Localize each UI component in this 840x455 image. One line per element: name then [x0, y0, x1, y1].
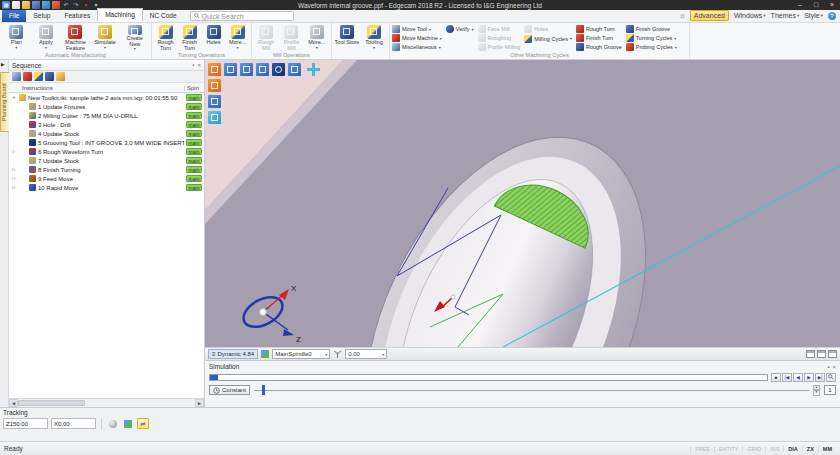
sequence-item-row[interactable]: 1 Update Fixtures main: [9, 102, 204, 111]
simulate-button[interactable]: Simulate ▾: [91, 24, 120, 51]
finish-groove-button[interactable]: Finish Groove: [626, 25, 677, 33]
analysis-display-icon[interactable]: [240, 63, 253, 76]
sequence-item-row[interactable]: 2 Milling Cutter : 75 MM DIA U-DRILL mai…: [9, 111, 204, 120]
undo-icon[interactable]: ↶: [62, 1, 70, 9]
simulation-progress-bar[interactable]: [209, 374, 768, 381]
spindle-column-header[interactable]: Spin: [184, 85, 204, 91]
create-new-sequence-button[interactable]: Create New Sequence ▾: [120, 24, 149, 51]
play-button[interactable]: ▶: [804, 373, 814, 382]
tracking-z-field[interactable]: Z150.00: [3, 418, 48, 429]
qat-options-caret-icon[interactable]: ▾: [92, 1, 100, 9]
tab-features[interactable]: Features: [57, 10, 97, 22]
quad-view-icon[interactable]: [828, 350, 837, 358]
stop-button[interactable]: ■: [771, 373, 781, 382]
style-menu[interactable]: Style▾: [804, 12, 823, 19]
toggle-zx[interactable]: ZX: [802, 446, 818, 452]
sequence-item-row[interactable]: 7 Update Stock main: [9, 156, 204, 165]
graph-button[interactable]: [122, 418, 134, 429]
shaded-view-icon[interactable]: [208, 111, 221, 124]
scroll-left-icon[interactable]: ◀: [9, 399, 18, 407]
sequence-horizontal-scrollbar[interactable]: ◀ ▶: [9, 398, 204, 407]
view-mode-indicator[interactable]: ≡ Dynamic 4.84: [208, 349, 258, 359]
maximize-button[interactable]: □: [808, 0, 824, 10]
tool-axes-icon[interactable]: [307, 63, 320, 76]
sequence-item-row[interactable]: ▷ 9 Feed Move main: [9, 174, 204, 183]
profile-milling-button[interactable]: Profile Milling: [478, 43, 521, 51]
finish-turn-button[interactable]: Finish Turn: [178, 24, 201, 51]
expander-closed-icon[interactable]: ▷: [11, 149, 17, 154]
tab-nc-code[interactable]: NC Code: [143, 10, 184, 22]
split-view-icon[interactable]: [817, 350, 826, 358]
axis-move-button[interactable]: ⇄: [137, 418, 149, 429]
move-tool-button[interactable]: Move Tool▾: [392, 25, 442, 33]
new-document-icon[interactable]: [12, 1, 20, 9]
sequence-item-row[interactable]: 3 Hole : Drill main: [9, 120, 204, 129]
quick-search-input[interactable]: Quick Search: [190, 11, 294, 21]
apply-button[interactable]: Apply ▾: [32, 24, 61, 51]
finish-turn-cycle-button[interactable]: Finish Turn: [576, 34, 622, 42]
rough-mill-button[interactable]: Rough Mill: [254, 24, 278, 51]
offset-select[interactable]: 0.00 ▾: [345, 349, 387, 359]
tab-setup[interactable]: Setup: [26, 10, 57, 22]
themes-menu[interactable]: Themes▾: [771, 12, 800, 19]
info-icon[interactable]: [42, 1, 50, 9]
expander-open-icon[interactable]: ▾: [11, 95, 17, 100]
more-mill-button[interactable]: More... ▾: [305, 24, 329, 51]
expander-closed-icon[interactable]: ▷: [11, 167, 17, 172]
find-icon[interactable]: [826, 373, 836, 382]
sequence-item-row[interactable]: ▷ 8 Finish Turning main: [9, 165, 204, 174]
toggle-ins[interactable]: INS: [765, 446, 783, 452]
miscellaneous-button[interactable]: Miscellaneous▾: [392, 43, 442, 51]
minimize-button[interactable]: –: [792, 0, 808, 10]
rough-groove-button[interactable]: Rough Groove: [576, 43, 622, 51]
speed-value-field[interactable]: 1: [824, 385, 836, 395]
probing-cycles-button[interactable]: Probing Cycles▾: [626, 43, 677, 51]
skip-to-start-button[interactable]: |◀: [782, 373, 792, 382]
sequence-browser-icon[interactable]: [56, 72, 65, 81]
expander-closed-icon[interactable]: ▷: [11, 176, 17, 181]
graphics-viewport[interactable]: X Z ≡: [205, 60, 840, 360]
face-mill-button[interactable]: Face Mill: [478, 25, 521, 33]
profile-mill-button[interactable]: Profile Mill: [279, 24, 303, 51]
tab-file[interactable]: File: [2, 10, 26, 22]
dock-arrow-icon[interactable]: ▶: [1, 62, 4, 67]
holes-cycle-button[interactable]: Holes: [524, 25, 572, 34]
turning-cycles-button[interactable]: Turning Cycles▾: [626, 34, 677, 42]
windows-menu[interactable]: Windows▾: [734, 12, 766, 19]
scroll-thumb[interactable]: [18, 400, 85, 406]
view-cube-icon[interactable]: [208, 95, 221, 108]
skip-to-end-button[interactable]: ▶|: [815, 373, 825, 382]
scroll-track[interactable]: [18, 399, 195, 407]
help-button[interactable]: ?: [828, 12, 836, 20]
rough-turn-button[interactable]: Rough Turn: [154, 24, 177, 51]
toggle-entity[interactable]: ENTITY: [714, 446, 743, 452]
save-icon[interactable]: [32, 1, 40, 9]
redo-icon[interactable]: ↷: [72, 1, 80, 9]
origin-sphere-button[interactable]: [107, 418, 119, 429]
rough-turn-cycle-button[interactable]: Rough Turn: [576, 25, 622, 33]
roughing-button[interactable]: Roughing: [478, 34, 521, 42]
close-icon[interactable]: ×: [832, 363, 836, 371]
tracking-x-field[interactable]: X0.00: [51, 418, 96, 429]
cycle-time-icon[interactable]: [45, 72, 54, 81]
stock-display-icon[interactable]: [208, 63, 221, 76]
pin-icon[interactable]: ▪: [827, 363, 829, 371]
sequence-root-row[interactable]: ▾ New Toolkit.tki: sample lathe 2 axis m…: [9, 93, 204, 102]
zoom-window-icon[interactable]: [272, 63, 285, 76]
planning-board-tab[interactable]: Planning Board: [0, 72, 9, 132]
chart-icon[interactable]: [261, 350, 269, 358]
speed-slider[interactable]: [254, 385, 809, 395]
machine-setup-icon[interactable]: [23, 72, 32, 81]
close-icon[interactable]: ×: [197, 61, 201, 69]
tool-change-icon[interactable]: [34, 72, 43, 81]
plan-button[interactable]: Plan ▾: [2, 24, 31, 51]
tool-store-button[interactable]: Tool Store: [334, 24, 360, 51]
sequence-item-row[interactable]: 4 Update Stock main: [9, 129, 204, 138]
toggle-dia[interactable]: DIA: [783, 446, 801, 452]
edit-icon[interactable]: [52, 1, 60, 9]
holes-button[interactable]: Holes: [202, 24, 225, 51]
step-back-button[interactable]: ◀: [793, 373, 803, 382]
more-turning-button[interactable]: More... ▾: [226, 24, 249, 51]
sequence-list-icon[interactable]: [288, 63, 301, 76]
delete-icon[interactable]: ×: [82, 1, 90, 9]
